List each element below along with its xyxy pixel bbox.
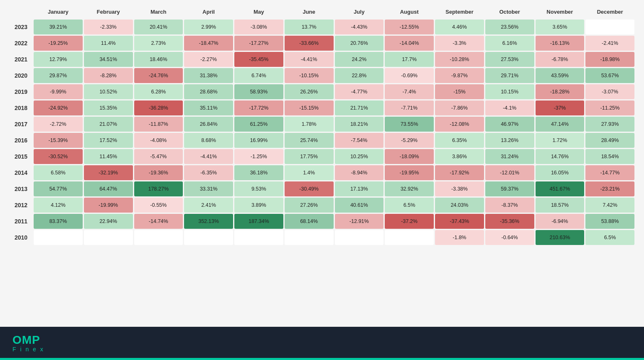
cell-2014-june: 1.4% [285, 165, 334, 180]
cell-2013-may: 9.53% [234, 181, 283, 196]
cell-2022-june: -33.66% [285, 36, 334, 51]
cell-2011-april: 352.13% [184, 214, 233, 229]
table-row: 20146.58%-32.19%-19.36%-6.35%36.18%1.4%-… [10, 165, 634, 180]
cell-2011-september: -37.43% [435, 214, 484, 229]
year-cell-2010: 2010 [10, 230, 32, 245]
cell-2020-october: 29.71% [485, 68, 534, 83]
month-header-april: April [184, 5, 233, 18]
cell-2012-december: 7.42% [585, 198, 634, 213]
table-row: 2010-1.8%-0.64%210.63%6.5% [10, 230, 634, 245]
cell-2023-march: 20.41% [134, 20, 183, 34]
month-header-august: August [385, 5, 434, 18]
cell-2011-may: 187.34% [234, 214, 283, 229]
cell-2022-april: -18.47% [184, 36, 233, 51]
main-content: JanuaryFebruaryMarchAprilMayJuneJulyAugu… [0, 0, 644, 327]
cell-2010-february [84, 230, 133, 245]
cell-2021-february: 34.51% [84, 52, 133, 67]
month-header-march: March [134, 5, 183, 18]
cell-2021-march: 18.46% [134, 52, 183, 67]
cell-2016-february: 17.52% [84, 133, 133, 148]
month-header-december: December [585, 5, 634, 18]
cell-2012-october: -8.37% [485, 198, 534, 213]
table-row: 202339.21%-2.33%20.41%2.99%-3.08%13.7%-4… [10, 20, 634, 34]
cell-2023-april: 2.99% [184, 20, 233, 34]
cell-2013-august: 32.92% [385, 181, 434, 196]
cell-2014-september: -17.92% [435, 165, 484, 180]
cell-2019-may: 58.93% [234, 84, 283, 99]
cell-2020-january: 29.87% [34, 68, 83, 83]
cell-2023-january: 39.21% [34, 20, 83, 34]
month-header-june: June [285, 5, 334, 18]
cell-2022-march: 2.73% [134, 36, 183, 51]
cell-2010-november: 210.63% [536, 230, 585, 245]
cell-2023-june: 13.7% [285, 20, 334, 34]
cell-2019-september: -15% [435, 84, 484, 99]
cell-2019-april: 28.68% [184, 84, 233, 99]
cell-2021-july: 24.2% [335, 52, 384, 67]
cell-2021-april: -2.27% [184, 52, 233, 67]
cell-2015-october: 31.24% [485, 149, 534, 164]
cell-2021-august: 17.7% [385, 52, 434, 67]
cell-2020-february: -8.28% [84, 68, 133, 83]
cell-2018-may: -17.72% [234, 100, 283, 115]
logo-finex: F i n e x [12, 346, 44, 353]
cell-2012-november: 18.57% [536, 198, 585, 213]
cell-2019-march: 6.28% [134, 84, 183, 99]
cell-2018-september: -7.86% [435, 100, 484, 115]
cell-2021-november: -6.78% [536, 52, 585, 67]
cell-2014-march: -19.36% [134, 165, 183, 180]
cell-2011-december: 53.88% [585, 214, 634, 229]
cell-2016-may: 16.99% [234, 133, 283, 148]
cell-2017-november: 47.14% [536, 117, 585, 132]
cell-2015-february: 11.45% [84, 149, 133, 164]
cell-2012-august: 6.5% [385, 198, 434, 213]
cell-2022-may: -17.27% [234, 36, 283, 51]
cell-2022-february: 11.4% [84, 36, 133, 51]
cell-2017-march: -11.87% [134, 117, 183, 132]
table-row: 202029.87%-8.28%-24.76%31.38%6.74%-10.15… [10, 68, 634, 83]
year-cell-2021: 2021 [10, 52, 32, 67]
cell-2017-july: 18.21% [335, 117, 384, 132]
year-cell-2023: 2023 [10, 20, 32, 34]
cell-2011-october: -35.36% [485, 214, 534, 229]
cell-2015-november: 14.76% [536, 149, 585, 164]
cell-2012-january: 4.12% [34, 198, 83, 213]
cell-2021-january: 12.79% [34, 52, 83, 67]
cell-2011-february: 22.94% [84, 214, 133, 229]
year-cell-2011: 2011 [10, 214, 32, 229]
cell-2023-august: -12.55% [385, 20, 434, 34]
month-header-may: May [234, 5, 283, 18]
cell-2014-may: 36.18% [234, 165, 283, 180]
cell-2023-november: 3.65% [536, 20, 585, 34]
year-header [10, 5, 32, 18]
cell-2018-january: -24.92% [34, 100, 83, 115]
cell-2021-may: -35.45% [234, 52, 283, 67]
cell-2021-september: -10.28% [435, 52, 484, 67]
cell-2013-april: 33.31% [184, 181, 233, 196]
cell-2010-august [385, 230, 434, 245]
cell-2018-march: -36.28% [134, 100, 183, 115]
cell-2018-february: 15.35% [84, 100, 133, 115]
cell-2021-june: -4.41% [285, 52, 334, 67]
cell-2017-january: -2.72% [34, 117, 83, 132]
table-row: 201354.77%64.47%178.27%33.31%9.53%-30.49… [10, 181, 634, 196]
year-cell-2013: 2013 [10, 181, 32, 196]
cell-2020-november: 43.59% [536, 68, 585, 83]
cell-2011-march: -14.74% [134, 214, 183, 229]
cell-2013-february: 64.47% [84, 181, 133, 196]
table-row: 2022-19.25%11.4%2.73%-18.47%-17.27%-33.6… [10, 36, 634, 51]
year-cell-2015: 2015 [10, 149, 32, 164]
cell-2015-april: -4.41% [184, 149, 233, 164]
cell-2010-june [285, 230, 334, 245]
cell-2010-april [184, 230, 233, 245]
cell-2013-june: -30.49% [285, 181, 334, 196]
cell-2022-december: -2.41% [585, 36, 634, 51]
cell-2011-august: -37.2% [385, 214, 434, 229]
cell-2011-july: -12.91% [335, 214, 384, 229]
cell-2019-october: 10.15% [485, 84, 534, 99]
cell-2018-april: 35.11% [184, 100, 233, 115]
cell-2016-october: 13.26% [485, 133, 534, 148]
cell-2017-june: 1.78% [285, 117, 334, 132]
cell-2013-july: 17.13% [335, 181, 384, 196]
month-header-july: July [335, 5, 384, 18]
